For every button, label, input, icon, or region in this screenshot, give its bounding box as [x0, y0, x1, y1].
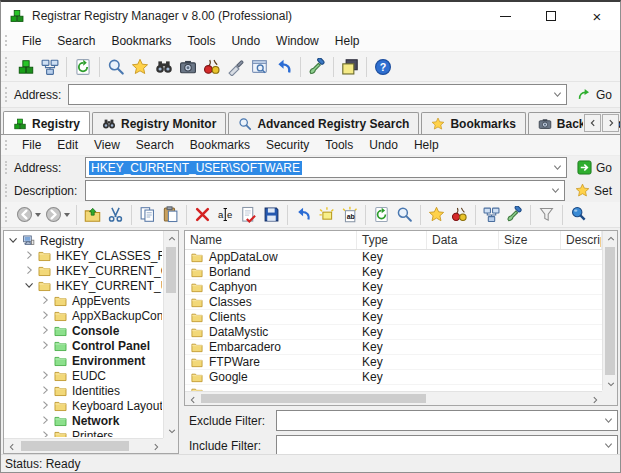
dropdown-caret-icon[interactable] — [64, 213, 70, 217]
menu-undo[interactable]: Undo — [223, 30, 268, 51]
table-row[interactable]: EmbarcaderoKey — [185, 340, 602, 355]
column-header-size[interactable]: Size — [499, 231, 561, 249]
menu-search[interactable]: Search — [49, 30, 103, 51]
registry-monitor-button[interactable] — [152, 55, 176, 79]
new-value-button[interactable]: ab — [338, 204, 361, 226]
pin-button[interactable] — [567, 204, 590, 226]
remote-tools-button[interactable] — [305, 55, 329, 79]
tree-item[interactable]: HKEY_CURRENT_CONFIG — [6, 263, 162, 278]
undo-button[interactable] — [292, 204, 315, 226]
filter-button[interactable] — [535, 204, 558, 226]
table-row[interactable]: FTPWareKey — [185, 355, 602, 370]
registry-address-value[interactable]: HKEY_CURRENT_USER\SOFTWARE — [89, 161, 302, 175]
scroll-left-icon[interactable] — [4, 439, 19, 454]
delete-button[interactable] — [191, 204, 214, 226]
menu-window[interactable]: Window — [268, 30, 327, 51]
compare-button[interactable] — [448, 204, 471, 226]
scroll-right-icon[interactable] — [148, 439, 163, 454]
scroll-right-icon[interactable] — [587, 392, 602, 406]
table-row[interactable]: BorlandKey — [185, 265, 602, 280]
set-description-button[interactable]: Set — [572, 183, 615, 198]
menu-bookmarks[interactable]: Bookmarks — [103, 30, 179, 51]
back-button[interactable] — [14, 204, 43, 226]
main-address-combobox[interactable] — [68, 84, 567, 105]
scroll-down-icon[interactable] — [603, 376, 618, 391]
chevron-down-icon[interactable] — [600, 416, 617, 425]
add-bookmark-button[interactable] — [425, 204, 448, 226]
forward-button[interactable] — [43, 204, 72, 226]
registry-address-combobox[interactable]: HKEY_CURRENT_USER\SOFTWARE — [85, 157, 567, 178]
maximize-button[interactable] — [528, 2, 574, 30]
column-header-type[interactable]: Type — [357, 231, 427, 249]
expand-chevron-icon[interactable] — [39, 339, 52, 352]
expand-chevron-icon[interactable] — [39, 384, 52, 397]
search-button[interactable] — [393, 204, 416, 226]
table-vertical-scrollbar[interactable] — [602, 231, 617, 391]
bookmarks-button[interactable] — [128, 55, 152, 79]
minimize-button[interactable] — [482, 2, 528, 30]
windows-button[interactable] — [338, 55, 362, 79]
toolbar-gripper[interactable] — [5, 140, 7, 150]
tab-bookmarks[interactable]: Bookmarks — [421, 112, 525, 134]
toolbar-gripper[interactable] — [5, 184, 7, 197]
rename-button[interactable]: ae — [214, 204, 237, 226]
chevron-down-icon[interactable] — [600, 441, 617, 450]
cleanup-button[interactable] — [224, 55, 248, 79]
tree-horizontal-scrollbar[interactable] — [4, 438, 163, 453]
scrollbar-thumb[interactable] — [605, 247, 615, 375]
expand-chevron-icon[interactable] — [39, 324, 52, 337]
registry-go-button[interactable]: Go — [574, 160, 615, 175]
backup-button[interactable] — [176, 55, 200, 79]
copy-button[interactable] — [136, 204, 159, 226]
table-row[interactable]: AppDataLowKey — [185, 250, 602, 265]
registry-menu-security[interactable]: Security — [258, 135, 317, 155]
expand-chevron-icon[interactable] — [39, 309, 52, 322]
collapse-chevron-icon[interactable] — [23, 279, 36, 292]
expand-chevron-icon[interactable] — [39, 294, 52, 307]
expand-chevron-icon[interactable] — [23, 249, 36, 262]
table-row[interactable]: DataMysticKey — [185, 325, 602, 340]
tree-item[interactable]: Environment — [6, 353, 162, 368]
registry-menu-file[interactable]: File — [14, 135, 49, 155]
refresh-button[interactable] — [71, 55, 95, 79]
toolbar-gripper[interactable] — [5, 57, 7, 76]
search-preview-button[interactable] — [248, 55, 272, 79]
table-row[interactable]: ClientsKey — [185, 310, 602, 325]
expand-chevron-icon[interactable] — [23, 264, 36, 277]
toolbar-gripper[interactable] — [5, 161, 7, 174]
chevron-down-icon[interactable] — [549, 90, 566, 99]
expand-chevron-icon[interactable] — [39, 399, 52, 412]
compare-button[interactable] — [200, 55, 224, 79]
registry-menu-undo[interactable]: Undo — [361, 135, 406, 155]
registry-menu-edit[interactable]: Edit — [49, 135, 86, 155]
tab-advanced-registry-search[interactable]: Advanced Registry Search — [228, 112, 419, 134]
scrollbar-thumb[interactable] — [21, 441, 129, 451]
paste-button[interactable] — [159, 204, 182, 226]
tree-item[interactable]: Identities — [6, 383, 162, 398]
chevron-down-icon[interactable] — [549, 163, 566, 172]
registry-menu-search[interactable]: Search — [128, 135, 182, 155]
close-button[interactable]: × — [574, 2, 620, 30]
column-header-name[interactable]: Name — [185, 231, 357, 249]
exclude-filter-combobox[interactable] — [276, 410, 618, 431]
tree-item[interactable]: Registry — [6, 233, 162, 248]
scrollbar-thumb[interactable] — [201, 394, 426, 403]
tree-item[interactable]: AppEvents — [6, 293, 162, 308]
registry-menu-tools[interactable]: Tools — [317, 135, 361, 155]
table-horizontal-scrollbar[interactable] — [185, 391, 602, 405]
help-button[interactable]: ? — [371, 55, 395, 79]
registry-menu-view[interactable]: View — [86, 135, 128, 155]
tab-registry[interactable]: Registry — [3, 111, 90, 135]
new-key-button[interactable] — [315, 204, 338, 226]
table-row[interactable]: ClassesKey — [185, 295, 602, 310]
scroll-left-icon[interactable] — [185, 392, 200, 406]
tree-item[interactable]: AppXBackupContentTypes — [6, 308, 162, 323]
column-header-data[interactable]: Data — [427, 231, 499, 249]
chevron-down-icon[interactable] — [547, 186, 564, 195]
expand-chevron-icon[interactable] — [39, 369, 52, 382]
tree-item[interactable]: Keyboard Layout — [6, 398, 162, 413]
network-registry-button[interactable] — [38, 55, 62, 79]
remote-tools-button[interactable] — [503, 204, 526, 226]
scroll-down-icon[interactable] — [164, 423, 179, 438]
tree-vertical-scrollbar[interactable] — [163, 231, 178, 438]
